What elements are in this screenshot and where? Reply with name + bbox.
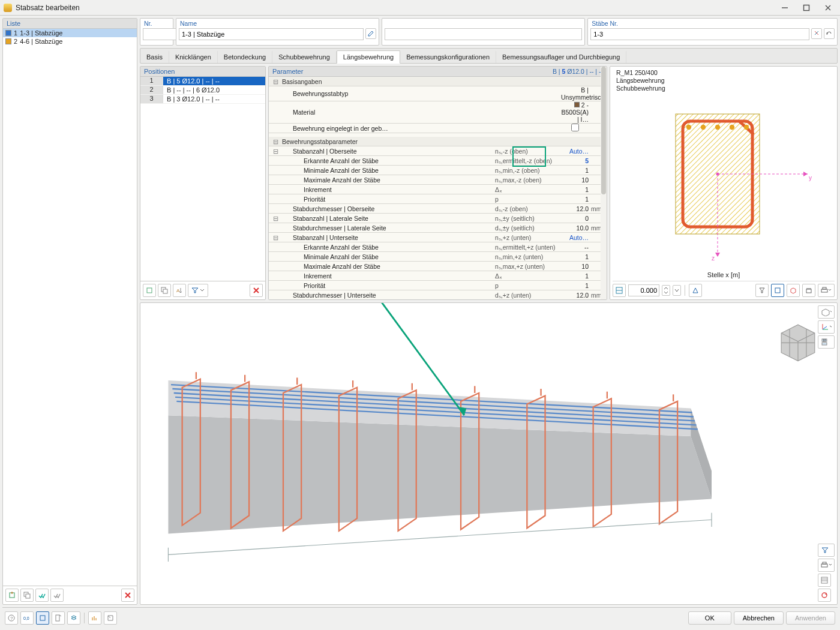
param-value[interactable]: 1 [561, 282, 591, 289]
window-minimize-button[interactable] [776, 2, 793, 13]
footer-section-button[interactable] [52, 611, 65, 625]
stelle-dropdown[interactable] [673, 285, 681, 296]
param-group[interactable]: ⊟Bewehrungsstabparameter [269, 137, 607, 146]
xsec-view-button[interactable] [689, 284, 702, 297]
tab-basis[interactable]: Basis [140, 51, 169, 63]
tab-bemessungsauflager[interactable]: Bemessungsauflager und Durchbiegung [496, 51, 626, 63]
param-row[interactable]: Stabdurchmesser | Oberseitedₛ,-z (oben)1… [269, 204, 607, 214]
table-row[interactable]: 3 B | 3 Ø12.0 | -- | -- [140, 95, 265, 104]
scrollbar-vertical[interactable] [601, 67, 607, 299]
param-value[interactable]: Auto… [561, 148, 591, 155]
positions-table[interactable]: 1 B | 5 Ø12.0 | -- | -- 2 B | -- | -- | … [140, 77, 265, 281]
view-refresh-button[interactable] [818, 589, 831, 602]
param-value[interactable]: 10.0 [561, 224, 591, 232]
3d-view[interactable]: 10 [140, 302, 838, 605]
param-value[interactable]: 10 [561, 176, 591, 184]
param-value[interactable]: B | Unsymmetrisch [561, 86, 591, 101]
list-item[interactable]: 1 1-3 | Stabzüge [3, 29, 137, 37]
param-row[interactable]: Maximale Anzahl der Stäbenₛ,max,-z (oben… [269, 175, 607, 185]
tab-knicklaengen[interactable]: Knicklängen [169, 51, 218, 63]
param-row[interactable]: Minimale Anzahl der Stäbenₛ,min,+z (unte… [269, 252, 607, 262]
xsec-export-button[interactable] [802, 284, 815, 297]
xsec-locate-button[interactable] [613, 284, 626, 297]
xsec-filter-button[interactable] [755, 284, 769, 297]
list-copy-button[interactable] [20, 589, 34, 602]
footer-units-button[interactable]: 0,0 [20, 611, 34, 625]
list-body[interactable]: 1 1-3 | Stabzüge 2 4-6 | Stabzüge [3, 29, 137, 586]
param-value[interactable]: 12.0 [561, 292, 591, 299]
cancel-button[interactable]: Abbrechen [734, 611, 784, 625]
param-row[interactable]: ⊟Stabanzahl | Oberseitenₛ,-z (oben)Auto… [269, 146, 607, 156]
param-value[interactable]: 1 [561, 272, 591, 280]
param-value[interactable]: 1 [561, 186, 591, 193]
xsec-3d-button[interactable] [787, 284, 800, 297]
tab-schubbewehrung[interactable]: Schubbewehrung [272, 51, 337, 63]
tab-betondeckung[interactable]: Betondeckung [218, 51, 272, 63]
stelle-input[interactable] [628, 284, 659, 296]
expand-icon[interactable]: ⊟ [269, 234, 282, 241]
view-layers-button[interactable]: 10 [818, 335, 835, 349]
param-value[interactable]: 1 [561, 196, 591, 203]
window-maximize-button[interactable] [798, 2, 815, 13]
param-value[interactable]: 0 [561, 215, 591, 222]
footer-results-button[interactable] [88, 611, 101, 625]
param-value[interactable]: 1 [561, 253, 591, 260]
param-row[interactable]: Erkannte Anzahl der Stäbenₛ,ermittelt,+z… [269, 242, 607, 252]
pos-copy-button[interactable] [158, 284, 171, 297]
param-value[interactable]: 10 [561, 263, 591, 270]
param-value[interactable]: Auto… [561, 234, 591, 241]
list-check-all-button[interactable] [35, 589, 49, 602]
param-row[interactable]: Stabdurchmesser | Unterseitedₛ,+z (unten… [269, 290, 607, 299]
view-axes-button[interactable] [818, 320, 835, 334]
param-row[interactable]: Material2 - B500S(A) | I… [269, 101, 607, 124]
expand-icon[interactable]: ⊟ [269, 148, 282, 155]
list-item[interactable]: 2 4-6 | Stabzüge [3, 37, 137, 46]
param-row[interactable]: BewehrungsstabtypB | Unsymmetrisch [269, 86, 607, 101]
param-row[interactable]: Prioritätp1 [269, 281, 607, 290]
expand-icon[interactable]: ⊟ [269, 138, 282, 145]
param-row[interactable]: InkrementΔₓ1 [269, 185, 607, 194]
field-staebe-input[interactable] [590, 28, 809, 40]
cross-section-drawing[interactable]: y z [613, 95, 835, 271]
list-add-button[interactable] [5, 589, 19, 602]
tab-laengsbewehrung[interactable]: Längsbewehrung [337, 50, 400, 64]
view-iso-button[interactable] [818, 305, 835, 319]
view-settings-button[interactable] [818, 574, 831, 587]
table-row[interactable]: 1 B | 5 Ø12.0 | -- | -- [140, 77, 265, 86]
field-extra-input[interactable] [385, 28, 582, 40]
param-row[interactable]: InkrementΔₓ1 [269, 271, 607, 281]
field-name-input[interactable] [179, 28, 364, 40]
expand-icon[interactable]: ⊟ [269, 215, 282, 222]
param-group[interactable]: ⊟Basisangaben [269, 77, 607, 86]
xsec-print-button[interactable] [818, 284, 835, 297]
param-row[interactable]: Minimale Anzahl der Stäbenₛ,min,-z (oben… [269, 166, 607, 175]
pos-sort-button[interactable]: A [173, 284, 186, 297]
edit-name-button[interactable] [365, 28, 376, 39]
tab-bemessungskonfig[interactable]: Bemessungskonfigurationen [400, 51, 496, 63]
param-value[interactable]: 2 - B500S(A) | I… [561, 101, 591, 123]
expand-icon[interactable]: ⊟ [269, 78, 282, 85]
param-row[interactable]: Prioritätp1 [269, 194, 607, 204]
table-row[interactable]: 2 B | -- | -- | 6 Ø12.0 [140, 86, 265, 95]
pos-delete-button[interactable] [250, 284, 263, 297]
apply-button[interactable]: Anwenden [786, 611, 835, 625]
view-print-button[interactable] [818, 559, 835, 572]
view-filter-button[interactable] [818, 544, 835, 557]
pick-members-button[interactable] [811, 28, 822, 39]
param-row[interactable]: ⊟Stabanzahl | Unterseitenₛ,+z (unten)Aut… [269, 233, 607, 242]
list-uncheck-all-button[interactable] [50, 589, 64, 602]
pos-add-button[interactable] [143, 284, 156, 297]
xsec-layers-button[interactable] [771, 284, 784, 297]
select-in-model-button[interactable] [824, 28, 835, 39]
param-row[interactable]: ⊟Stabanzahl | Laterale Seitenₛ,±y (seitl… [269, 214, 607, 223]
pos-filter-button[interactable] [188, 284, 208, 297]
scrollbar-thumb[interactable] [601, 67, 606, 194]
footer-view-button[interactable] [36, 611, 49, 625]
param-row[interactable]: Erkannte Anzahl der Stäbenₛ,ermittelt,-z… [269, 156, 607, 166]
param-value[interactable]: -- [561, 244, 591, 251]
param-row[interactable]: Bewehrung eingelegt in der geb… [269, 124, 607, 133]
footer-help-button[interactable]: ? [5, 611, 18, 625]
param-row[interactable]: Maximale Anzahl der Stäbenₛ,max,+z (unte… [269, 262, 607, 271]
param-row[interactable]: Stabdurchmesser | Laterale Seitedₛ,±y (s… [269, 223, 607, 233]
param-checkbox[interactable] [571, 124, 579, 131]
